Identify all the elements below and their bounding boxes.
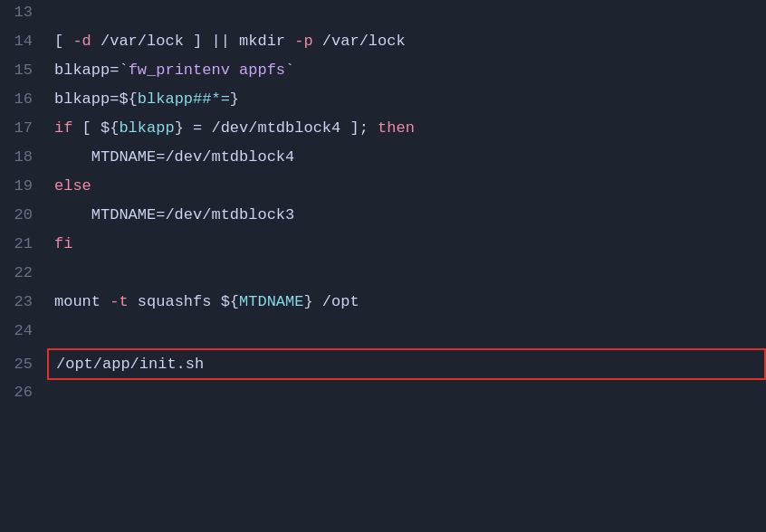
line-content: fi [47, 232, 766, 256]
line-content: mount -t squashfs ${MTDNAME} /opt [47, 290, 766, 314]
line-content [47, 261, 766, 285]
line-content: blkapp=${blkapp##*=} [47, 87, 766, 111]
line-number: 19 [0, 174, 47, 198]
line-content: [ -d /var/lock ] || mkdir -p /var/lock [47, 29, 766, 53]
code-line: 16blkapp=${blkapp##*=} [0, 87, 766, 116]
code-line: 21fi [0, 232, 766, 261]
line-number: 21 [0, 232, 47, 256]
line-number: 25 [0, 352, 47, 376]
line-number: 17 [0, 116, 47, 140]
line-content: blkapp=`fw_printenv appfs` [47, 58, 766, 82]
line-content: MTDNAME=/dev/mtdblock4 [47, 145, 766, 169]
code-line: 14[ -d /var/lock ] || mkdir -p /var/lock [0, 29, 766, 58]
line-number: 13 [0, 0, 47, 24]
line-number: 20 [0, 203, 47, 227]
line-content: MTDNAME=/dev/mtdblock3 [47, 203, 766, 227]
line-content [47, 318, 766, 343]
line-content: /opt/app/init.sh [47, 348, 766, 380]
code-line: 13 [0, 0, 766, 29]
line-content: else [47, 174, 766, 198]
line-number: 15 [0, 58, 47, 82]
line-content [47, 380, 766, 404]
code-line: 26 [0, 380, 766, 409]
code-line: 18 MTDNAME=/dev/mtdblock4 [0, 145, 766, 174]
line-number: 24 [0, 318, 47, 343]
code-editor: 13 14[ -d /var/lock ] || mkdir -p /var/l… [0, 0, 766, 532]
code-line: 19else [0, 174, 766, 203]
code-line: 17if [ ${blkapp} = /dev/mtdblock4 ]; the… [0, 116, 766, 145]
line-content [47, 0, 766, 24]
code-line: 22 [0, 261, 766, 290]
code-line: 24 [0, 318, 766, 347]
line-number: 22 [0, 261, 47, 285]
code-line: 25/opt/app/init.sh [0, 347, 766, 380]
line-number: 23 [0, 290, 47, 314]
code-line: 15blkapp=`fw_printenv appfs` [0, 58, 766, 87]
line-number: 16 [0, 87, 47, 111]
code-line: 23mount -t squashfs ${MTDNAME} /opt [0, 290, 766, 318]
line-content: if [ ${blkapp} = /dev/mtdblock4 ]; then [47, 116, 766, 140]
line-number: 18 [0, 145, 47, 169]
line-number: 14 [0, 29, 47, 53]
code-line: 20 MTDNAME=/dev/mtdblock3 [0, 203, 766, 232]
line-number: 26 [0, 380, 47, 404]
